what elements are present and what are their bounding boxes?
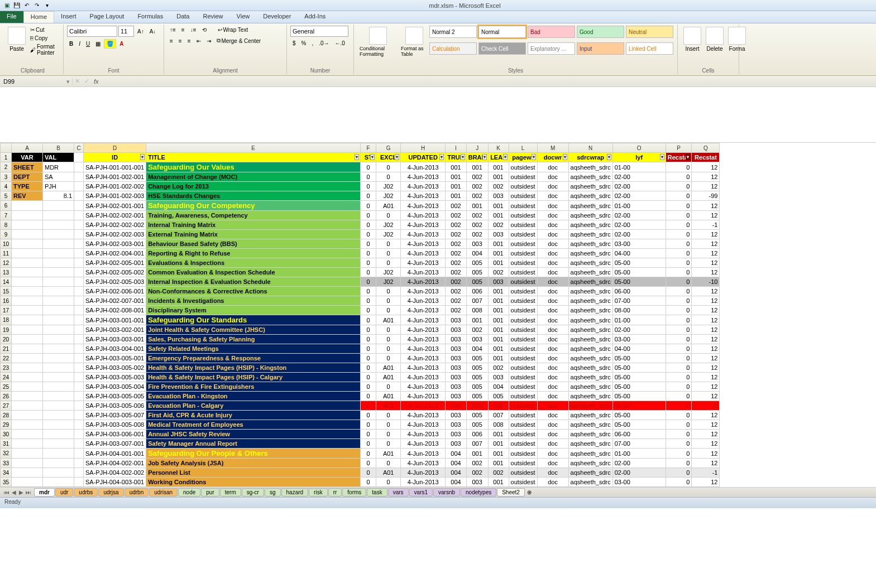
cell-id[interactable]: SA-PJH-001-002-001 — [84, 172, 146, 182]
cell[interactable] — [12, 335, 43, 344]
cell[interactable]: 0 — [376, 344, 401, 354]
cell[interactable]: outsidest — [509, 249, 537, 258]
cell[interactable]: 12 — [692, 411, 720, 420]
cell[interactable]: 001 — [466, 315, 488, 325]
cell[interactable]: 003 — [446, 325, 467, 335]
cell[interactable]: 12 — [692, 344, 720, 354]
cell[interactable]: 0 — [666, 191, 692, 201]
cell[interactable]: outsidest — [509, 182, 537, 191]
cell[interactable] — [74, 430, 84, 439]
cell[interactable]: 0 — [361, 211, 376, 220]
cell[interactable] — [74, 306, 84, 315]
cell[interactable]: 4-Jun-2013 — [401, 459, 446, 468]
cell[interactable]: 003 — [446, 430, 467, 439]
cell[interactable] — [12, 382, 43, 392]
cell[interactable] — [12, 230, 43, 239]
cell[interactable]: doc — [537, 411, 568, 420]
cell[interactable]: 0 — [666, 420, 692, 430]
cell[interactable]: aqsheeth_sdrc — [568, 430, 612, 439]
cell-id[interactable]: SA-PJH-002-005-002 — [84, 268, 146, 277]
cell[interactable]: doc — [537, 182, 568, 191]
style-good[interactable]: Good — [577, 26, 624, 38]
cell[interactable] — [12, 449, 43, 459]
tab-insert[interactable]: Insert — [54, 11, 83, 23]
col-header-A[interactable]: A — [12, 143, 43, 153]
cell[interactable]: 05-00 — [612, 277, 666, 287]
cell[interactable]: 001 — [488, 439, 509, 449]
cell[interactable]: 002 — [446, 296, 467, 306]
cell-title[interactable]: Disciplinary System — [146, 306, 361, 315]
col-recstat2-header[interactable]: Recstat — [692, 153, 720, 162]
row-header-35[interactable]: 35 — [1, 478, 12, 487]
sheet-tab-udrisan[interactable]: udrisan — [149, 488, 178, 497]
cell[interactable]: 12 — [692, 439, 720, 449]
align-bottom-button[interactable]: ↓≡ — [188, 26, 199, 34]
cell[interactable]: 007 — [466, 296, 488, 306]
col-header-I[interactable]: I — [446, 143, 467, 153]
cell[interactable]: aqsheeth_sdrc — [568, 306, 612, 315]
cell[interactable]: 002 — [466, 211, 488, 220]
wrap-text-button[interactable]: ↩Wrap Text — [216, 26, 251, 34]
cell[interactable]: -1 — [692, 468, 720, 478]
cancel-formula-icon[interactable]: ✕ — [75, 78, 80, 85]
cell[interactable]: doc — [537, 335, 568, 344]
cell[interactable]: 05-00 — [612, 420, 666, 430]
cell[interactable]: doc — [537, 258, 568, 268]
cell[interactable]: 0 — [361, 258, 376, 268]
cell[interactable]: 0 — [376, 335, 401, 344]
cell[interactable]: 4-Jun-2013 — [401, 478, 446, 487]
cell[interactable]: 001 — [488, 315, 509, 325]
row-header-22[interactable]: 22 — [1, 354, 12, 363]
cell-id[interactable]: SA-PJH-002-008-001 — [84, 306, 146, 315]
cell[interactable]: 0 — [666, 354, 692, 363]
sheet-tab-rr[interactable]: rr — [328, 488, 342, 497]
cell-title[interactable]: Safeguarding Our Values — [146, 162, 361, 172]
cell[interactable]: 002 — [446, 201, 467, 211]
cell[interactable]: A01 — [376, 449, 401, 459]
cell[interactable]: A01 — [376, 201, 401, 211]
cell[interactable]: 001 — [488, 211, 509, 220]
cell[interactable] — [12, 258, 43, 268]
align-right-button[interactable]: ≡ — [185, 37, 193, 45]
cell[interactable]: 003 — [446, 439, 467, 449]
cell[interactable]: 006 — [488, 401, 509, 411]
cell[interactable]: 002 — [466, 459, 488, 468]
cell[interactable]: 003 — [446, 335, 467, 344]
cell[interactable] — [43, 449, 74, 459]
cell[interactable]: 0 — [361, 249, 376, 258]
row-header-6[interactable]: 6 — [1, 201, 12, 211]
cell[interactable]: aqsheeth_sdrc — [568, 354, 612, 363]
cell[interactable]: 005 — [466, 420, 488, 430]
cell[interactable]: aqsheeth_sdrc — [568, 411, 612, 420]
cell[interactable]: 003 — [446, 315, 467, 325]
cell[interactable]: outsidest — [509, 344, 537, 354]
cell[interactable]: aqsheeth_sdrc — [568, 211, 612, 220]
cell[interactable]: 0 — [666, 325, 692, 335]
cell[interactable]: 001 — [488, 172, 509, 182]
cell[interactable]: -99 — [692, 191, 720, 201]
cell[interactable]: 0 — [361, 220, 376, 230]
row-header-16[interactable]: 16 — [1, 296, 12, 306]
cell[interactable]: outsidest — [509, 335, 537, 344]
cell[interactable]: J02 — [376, 220, 401, 230]
cell-title[interactable]: HSE Standards Changes — [146, 191, 361, 201]
row-header-8[interactable]: 8 — [1, 220, 12, 230]
cell[interactable]: 02-00 — [612, 459, 666, 468]
cell[interactable]: 01-00 — [612, 201, 666, 211]
cell[interactable]: doc — [537, 277, 568, 287]
cell[interactable]: outsidest — [509, 315, 537, 325]
cell[interactable]: 0 — [376, 411, 401, 420]
row-header-19[interactable]: 19 — [1, 325, 12, 335]
tab-review[interactable]: Review — [196, 11, 229, 23]
row-header-33[interactable]: 33 — [1, 459, 12, 468]
cell[interactable]: 0 — [666, 363, 692, 373]
cell[interactable]: aqsheeth_sdrc — [568, 363, 612, 373]
cell-val-header[interactable]: VAL — [43, 153, 74, 162]
cell[interactable] — [12, 459, 43, 468]
cell-title[interactable]: First Aid, CPR & Acute Injury — [146, 411, 361, 420]
cell[interactable]: outsidest — [509, 439, 537, 449]
cell[interactable]: 006 — [466, 430, 488, 439]
cell[interactable]: 002 — [488, 468, 509, 478]
cell[interactable] — [12, 363, 43, 373]
cell[interactable]: outsidest — [509, 191, 537, 201]
